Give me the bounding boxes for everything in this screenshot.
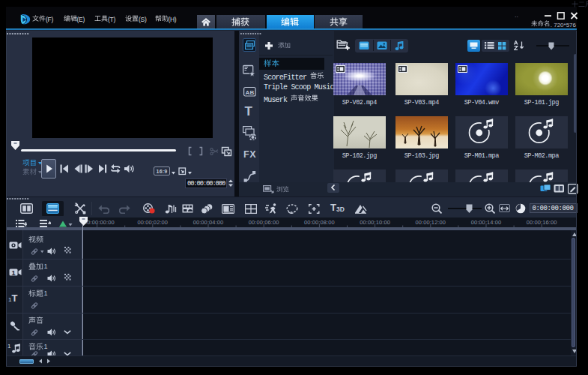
svg-text:AB: AB — [245, 88, 254, 95]
svg-text:1: 1 — [11, 268, 15, 276]
